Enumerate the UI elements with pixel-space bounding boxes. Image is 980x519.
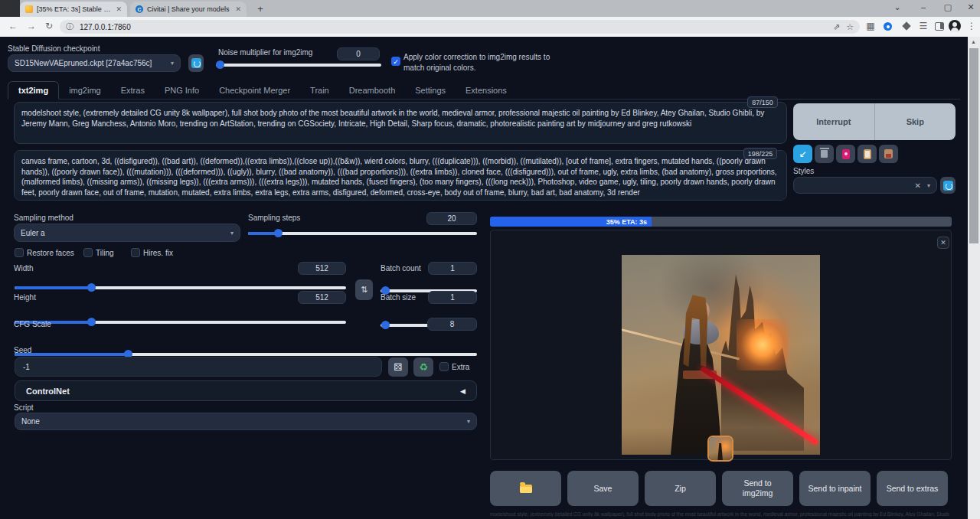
- bookmark-star-icon[interactable]: ☆: [846, 22, 854, 32]
- gradio-favicon: [25, 5, 33, 13]
- side-panel-icon[interactable]: [935, 22, 944, 31]
- generated-image-preview[interactable]: [622, 255, 820, 455]
- sampling-steps-slider[interactable]: [248, 232, 477, 235]
- paste-params-button[interactable]: ↙: [793, 145, 812, 163]
- checkpoint-value: SD15NewVAEpruned.ckpt [27a4ac756c]: [15, 59, 152, 67]
- cfg-scale-label: CFG Scale: [14, 320, 51, 328]
- batch-count-input[interactable]: [428, 262, 477, 275]
- refresh-checkpoints-button[interactable]: [188, 54, 204, 72]
- extension-blue-icon[interactable]: [884, 22, 892, 31]
- address-bar[interactable]: ⓘ 127.0.0.1:7860 ⇗ ☆: [60, 20, 860, 34]
- reuse-seed-button[interactable]: ♻: [413, 357, 433, 377]
- browser-tab-civitai[interactable]: C Civitai | Share your models ✕: [130, 2, 247, 17]
- slider-handle[interactable]: [216, 60, 224, 69]
- checkpoint-dropdown[interactable]: SD15NewVAEpruned.ckpt [27a4ac756c] ▾: [8, 54, 181, 72]
- prompt-textarea[interactable]: modelshoot style, (extremely detailed CG…: [14, 102, 787, 144]
- zip-button[interactable]: Zip: [645, 471, 716, 506]
- batch-size-input[interactable]: [428, 291, 477, 304]
- apps-grid-icon[interactable]: ▦: [864, 21, 877, 31]
- tab-settings[interactable]: Settings: [405, 82, 456, 99]
- negative-token-counter: 198/225: [743, 148, 777, 159]
- batch-size-label: Batch size: [381, 293, 416, 302]
- styles-dropdown[interactable]: ✕ ▾: [793, 177, 937, 194]
- tab-img2img[interactable]: img2img: [59, 82, 111, 99]
- sampling-method-dropdown[interactable]: Euler a ▾: [14, 224, 240, 242]
- reload-icon[interactable]: ↻: [42, 21, 56, 31]
- send-to-img2img-button[interactable]: Send to img2img: [722, 471, 793, 506]
- cfg-scale-slider[interactable]: [15, 353, 477, 356]
- tab-title: [35% ETA: 3s] Stable Diffusion: [37, 5, 112, 13]
- prompt-token-counter: 87/150: [747, 96, 778, 108]
- site-info-icon[interactable]: ⓘ: [66, 21, 74, 32]
- send-to-extras-button[interactable]: Send to extras: [877, 471, 948, 506]
- apply-style-button[interactable]: [858, 145, 877, 163]
- tab-close-icon[interactable]: ✕: [235, 5, 241, 13]
- tab-dreambooth[interactable]: Dreambooth: [339, 82, 406, 99]
- tab-txt2img[interactable]: txt2img: [8, 81, 59, 100]
- tab-strip-corner: [0, 0, 20, 17]
- slider-handle[interactable]: [87, 318, 96, 326]
- height-slider[interactable]: [15, 321, 346, 324]
- scrollbar-up-arrow[interactable]: ▲: [971, 39, 976, 44]
- save-style-button[interactable]: [879, 145, 898, 163]
- skip-button[interactable]: Skip: [875, 103, 956, 140]
- share-icon[interactable]: ⇗: [833, 22, 840, 32]
- window-minimize-button[interactable]: –: [916, 2, 931, 11]
- tab-extras[interactable]: Extras: [111, 82, 155, 99]
- restore-faces-checkbox[interactable]: [15, 248, 24, 257]
- seed-input[interactable]: [15, 357, 382, 377]
- chevron-down-icon: ▾: [467, 418, 470, 425]
- noise-multiplier-slider[interactable]: [216, 64, 381, 67]
- cfg-scale-input[interactable]: [427, 318, 477, 331]
- extra-networks-button[interactable]: [836, 145, 855, 163]
- tab-close-icon[interactable]: ✕: [116, 5, 122, 13]
- scrollbar-thumb[interactable]: [969, 48, 978, 243]
- hires-fix-checkbox[interactable]: [131, 248, 140, 257]
- seed-label: Seed: [14, 346, 31, 354]
- negative-prompt-textarea[interactable]: canvas frame, cartoon, 3d, ((disfigured)…: [14, 150, 787, 201]
- tab-extensions[interactable]: Extensions: [456, 82, 517, 99]
- sampling-steps-label: Sampling steps: [248, 214, 300, 222]
- slider-handle[interactable]: [381, 321, 390, 329]
- close-preview-button[interactable]: ✕: [937, 237, 949, 249]
- send-to-inpaint-button[interactable]: Send to inpaint: [799, 471, 871, 506]
- width-slider[interactable]: [15, 286, 346, 289]
- slider-handle[interactable]: [274, 229, 283, 237]
- chevron-down-icon: ▾: [230, 230, 234, 237]
- browser-tab-stable-diffusion[interactable]: [35% ETA: 3s] Stable Diffusion ✕: [20, 2, 127, 17]
- swap-dimensions-button[interactable]: ⇅: [355, 279, 373, 300]
- random-seed-button[interactable]: ⚄: [388, 357, 408, 377]
- new-tab-button[interactable]: +: [254, 3, 266, 15]
- clear-styles-icon[interactable]: ✕: [915, 181, 921, 190]
- width-input[interactable]: [298, 262, 346, 275]
- back-icon[interactable]: ←: [6, 21, 20, 31]
- tab-search-chevron-icon[interactable]: ⌄: [890, 2, 905, 12]
- card-icon: [842, 149, 850, 159]
- open-folder-button[interactable]: [490, 471, 561, 506]
- height-input[interactable]: [298, 291, 346, 304]
- noise-multiplier-input[interactable]: [337, 47, 380, 60]
- sampling-steps-input[interactable]: [426, 212, 477, 225]
- batch-count-label: Batch count: [381, 264, 421, 273]
- tiling-checkbox[interactable]: [83, 248, 93, 257]
- save-button[interactable]: Save: [567, 471, 639, 506]
- refresh-styles-button[interactable]: [940, 177, 956, 194]
- window-close-button[interactable]: ✕: [963, 2, 978, 12]
- profile-avatar[interactable]: [949, 20, 961, 32]
- gallery-thumbnail-selected[interactable]: [707, 436, 733, 462]
- clear-prompt-button[interactable]: [815, 145, 834, 163]
- color-correction-checkbox[interactable]: ✓: [391, 57, 400, 66]
- tab-train[interactable]: Train: [300, 82, 339, 99]
- reading-list-icon[interactable]: ☰: [916, 21, 930, 31]
- controlnet-accordion[interactable]: ControlNet ◀: [15, 380, 477, 401]
- script-dropdown[interactable]: None ▾: [15, 413, 477, 430]
- tab-checkpoint-merger[interactable]: Checkpoint Merger: [209, 82, 300, 99]
- browser-menu-icon[interactable]: ⋮: [965, 21, 978, 31]
- forward-icon[interactable]: →: [24, 21, 38, 31]
- interrupt-button[interactable]: Interrupt: [793, 103, 874, 140]
- extra-seed-checkbox[interactable]: [439, 362, 449, 371]
- color-correction-label: Apply color correction to img2img result…: [403, 52, 563, 73]
- slider-handle[interactable]: [87, 283, 96, 292]
- tab-png-info[interactable]: PNG Info: [155, 82, 209, 99]
- window-maximize-button[interactable]: ▢: [940, 2, 956, 12]
